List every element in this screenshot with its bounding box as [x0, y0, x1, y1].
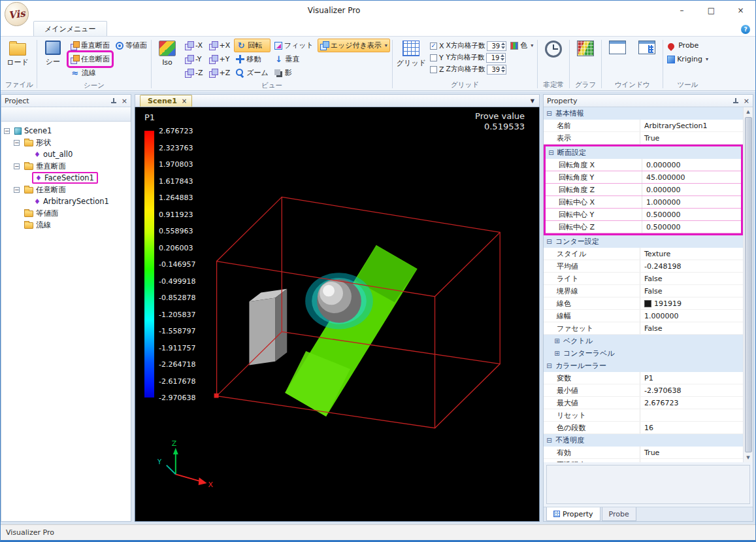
- tree-item-content[interactable]: 流線: [22, 220, 53, 230]
- tree-item[interactable]: 流線: [1, 219, 131, 231]
- property-row[interactable]: リセット: [544, 409, 743, 422]
- property-value[interactable]: 45.000000: [642, 173, 741, 182]
- grid-y-count-spinner[interactable]: Y方向格子数 19: [446, 52, 506, 63]
- property-row[interactable]: 表示True: [544, 132, 743, 144]
- tree-item-content[interactable]: 任意断面: [22, 185, 68, 195]
- property-scrollbar[interactable]: ▲ ▼: [743, 107, 753, 462]
- scroll-up-icon[interactable]: ▲: [746, 107, 749, 116]
- tree-collapse-icon[interactable]: −: [14, 187, 20, 193]
- view-pos-z-button[interactable]: +Z: [207, 66, 233, 80]
- edge-display-button[interactable]: エッジ付き表示 ▾: [318, 39, 390, 52]
- tab-property[interactable]: Property: [546, 507, 600, 521]
- collapse-icon[interactable]: ⊟: [546, 110, 553, 117]
- isosurface-button[interactable]: 等値面: [114, 39, 149, 52]
- property-row[interactable]: 回転中心 Z0.500000: [546, 221, 741, 233]
- grid-color-button[interactable]: 色 ▾: [508, 39, 535, 52]
- property-row[interactable]: 回転角度 Y45.000000: [546, 171, 741, 184]
- tab-probe[interactable]: Probe: [602, 507, 636, 521]
- zoom-button[interactable]: ズーム: [234, 66, 271, 80]
- grid-y-checkbox[interactable]: Y: [430, 52, 444, 63]
- rotate-button[interactable]: ↻回転: [234, 39, 271, 52]
- grid-x-checkbox[interactable]: ✓X: [430, 40, 444, 52]
- collapse-icon[interactable]: ⊟: [546, 238, 553, 245]
- spinner-arrows-icon[interactable]: [501, 54, 504, 61]
- tree-item[interactable]: 等値面: [1, 207, 131, 219]
- tree-item-content[interactable]: 等値面: [22, 209, 61, 218]
- load-button[interactable]: ロード: [4, 39, 31, 67]
- property-value[interactable]: 0.000000: [642, 186, 741, 194]
- tree-item[interactable]: −形状: [1, 137, 131, 148]
- streamline-button[interactable]: ≈ 流線: [69, 66, 112, 80]
- property-value[interactable]: True: [640, 449, 743, 457]
- property-value[interactable]: 16: [640, 424, 743, 432]
- tree-collapse-icon[interactable]: −: [14, 140, 20, 146]
- tab-main-menu[interactable]: メインメニュー: [33, 21, 107, 36]
- property-row[interactable]: 回転角度 Z0.000000: [546, 184, 741, 196]
- panel-close-icon[interactable]: ×: [744, 97, 749, 105]
- property-row[interactable]: 回転角度 X0.000000: [546, 159, 741, 171]
- property-row[interactable]: 最小値-2.970638: [544, 384, 743, 397]
- view-pos-x-button[interactable]: +X: [207, 39, 233, 52]
- property-row[interactable]: 平均値-0.248198: [544, 260, 743, 273]
- view-neg-x-button[interactable]: -X: [183, 39, 205, 52]
- property-subsection-header[interactable]: ⊞ベクトル: [544, 335, 743, 347]
- collapse-icon[interactable]: ⊟: [548, 149, 555, 156]
- tree-item-content[interactable]: Scene1: [12, 126, 54, 135]
- property-row[interactable]: 線幅1.000000: [544, 310, 743, 322]
- property-row[interactable]: 変数P1: [544, 372, 743, 384]
- property-row[interactable]: 最大値2.676723: [544, 397, 743, 409]
- property-value[interactable]: 2.676723: [640, 399, 743, 407]
- tree-item[interactable]: −任意断面: [1, 184, 131, 195]
- property-value[interactable]: False: [640, 324, 743, 333]
- property-value[interactable]: ArbitrarySection1: [640, 122, 743, 130]
- property-value[interactable]: False: [640, 287, 743, 296]
- render-canvas[interactable]: P1 Prove value 0.519533 2.6767232.323763…: [135, 107, 540, 522]
- pin-icon[interactable]: [732, 97, 739, 105]
- property-row[interactable]: 回転中心 X1.000000: [546, 196, 741, 209]
- property-value[interactable]: 0.500000: [642, 211, 741, 219]
- spinner-arrows-icon[interactable]: [501, 42, 505, 50]
- arbitrary-section-button[interactable]: 任意断面: [69, 52, 112, 66]
- property-value[interactable]: 0.500000: [642, 223, 741, 231]
- property-row[interactable]: 不透明度100: [544, 459, 743, 462]
- property-section-header[interactable]: ⊟コンター設定: [544, 235, 743, 248]
- edge-display-dropdown-icon[interactable]: ▾: [385, 42, 387, 48]
- property-row[interactable]: ファセットFalse: [544, 322, 743, 335]
- spinner-arrows-icon[interactable]: [501, 65, 505, 73]
- tab-scene1[interactable]: Scene1 ×: [140, 95, 192, 107]
- property-value[interactable]: 0.000000: [642, 161, 741, 169]
- collapse-icon[interactable]: ⊟: [546, 437, 553, 444]
- view-neg-z-button[interactable]: -Z: [183, 66, 205, 80]
- fit-button[interactable]: フィット: [272, 39, 316, 52]
- vertical-section-button[interactable]: 垂直断面: [69, 39, 112, 52]
- property-section-header[interactable]: ⊟不透明度: [544, 434, 743, 447]
- vertical-view-button[interactable]: ↓垂直: [272, 52, 316, 66]
- property-value[interactable]: 1.000000: [640, 312, 743, 320]
- help-icon[interactable]: ?: [741, 25, 750, 34]
- property-value[interactable]: False: [640, 275, 743, 283]
- property-row[interactable]: 境界線False: [544, 285, 743, 297]
- tree-item[interactable]: ♦out_all0: [1, 148, 131, 160]
- tree-item-content[interactable]: ♦out_all0: [32, 150, 74, 159]
- property-value[interactable]: Texture: [640, 250, 743, 258]
- expand-icon[interactable]: ⊞: [553, 337, 561, 345]
- property-section-header[interactable]: ⊟基本情報: [544, 107, 743, 120]
- kriging-button[interactable]: Kriging ▾: [665, 52, 710, 66]
- tree-item[interactable]: ♦ArbitrarySection1: [1, 195, 131, 207]
- property-value[interactable]: -0.248198: [640, 262, 743, 271]
- property-value[interactable]: 1.000000: [642, 198, 741, 207]
- tree-item-highlighted[interactable]: ♦FaceSection1: [32, 172, 98, 184]
- tree-item-content[interactable]: ♦ArbitrarySection1: [32, 197, 111, 206]
- kriging-dropdown-icon[interactable]: ▾: [706, 56, 708, 62]
- pin-icon[interactable]: [110, 97, 117, 105]
- window-split-button[interactable]: [633, 39, 661, 54]
- scene-button[interactable]: シー: [39, 39, 67, 67]
- tree-item-content[interactable]: 形状: [22, 138, 53, 148]
- tree-item-content[interactable]: 垂直断面: [22, 161, 68, 171]
- probe-button[interactable]: Probe: [665, 39, 710, 52]
- property-row[interactable]: スタイルTexture: [544, 248, 743, 260]
- color-dropdown-icon[interactable]: ▾: [531, 42, 533, 48]
- property-value[interactable]: 100: [640, 461, 743, 463]
- shadow-button[interactable]: 影: [272, 66, 316, 80]
- tree-item[interactable]: −垂直断面: [1, 160, 131, 172]
